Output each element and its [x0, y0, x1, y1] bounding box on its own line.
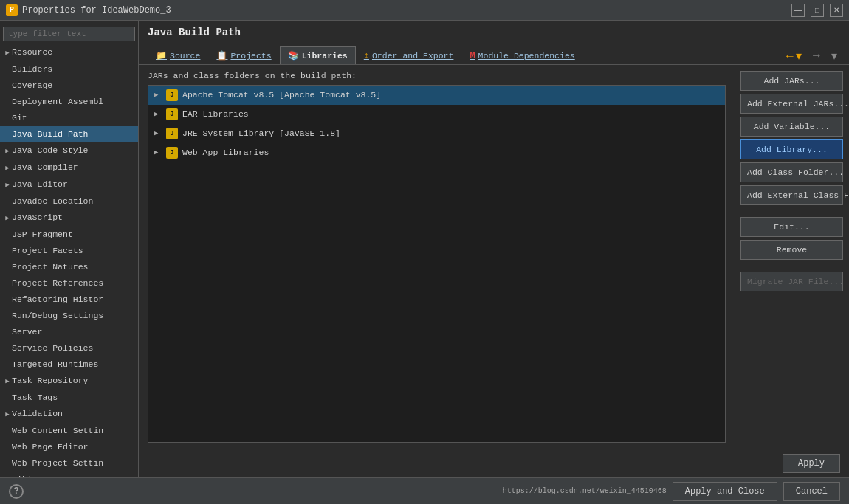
buttons-panel: Add JARs... Add External JARs... Add Var…	[735, 65, 849, 449]
help-button[interactable]: ?	[9, 484, 24, 499]
tab-order-and-export[interactable]: ↕Order and Export	[356, 46, 462, 64]
subtitle: JARs and class folders on the build path…	[148, 71, 726, 80]
sidebar: ▶ ResourceBuildersCoverageDeployment Ass…	[0, 21, 139, 477]
library-item[interactable]: ▶ J Web App Libraries	[148, 143, 725, 162]
close-button[interactable]: ✕	[830, 4, 843, 17]
sidebar-item-label: WikiText	[12, 474, 52, 477]
jar-icon: J	[166, 147, 178, 159]
back-button[interactable]: ←▾	[781, 47, 805, 64]
library-item[interactable]: ▶ J Apache Tomcat v8.5 [Apache Tomcat v8…	[148, 86, 725, 105]
sidebar-item-coverage[interactable]: Coverage	[0, 77, 138, 94]
sidebar-item-validation[interactable]: ▶ Validation	[0, 406, 138, 423]
sidebar-item-project-facets[interactable]: Project Facets	[0, 243, 138, 259]
add-external-class-folder-button[interactable]: Add External Class Folder...	[740, 185, 843, 205]
remove-button[interactable]: Remove	[740, 240, 843, 260]
sidebar-item-refactoring-histor[interactable]: Refactoring Histor	[0, 291, 138, 308]
sidebar-item-task-tags[interactable]: Task Tags	[0, 390, 138, 406]
tab-libraries[interactable]: 📚Libraries	[280, 46, 356, 64]
tab-source[interactable]: 📁Source	[148, 46, 208, 64]
app-icon: P	[6, 4, 18, 16]
sidebar-item-java-build-path[interactable]: Java Build Path	[0, 126, 138, 142]
jar-icon: J	[166, 108, 178, 120]
sidebar-item-java-compiler[interactable]: ▶ Java Compiler	[0, 159, 138, 176]
sidebar-item-web-project-settin[interactable]: Web Project Settin	[0, 455, 138, 472]
sidebar-item-javascript[interactable]: ▶ JavaScript	[0, 210, 138, 227]
body-split: JARs and class folders on the build path…	[139, 65, 849, 449]
sidebar-item-project-references[interactable]: Project References	[0, 275, 138, 291]
sidebar-item-task-repository[interactable]: ▶ Task Repository	[0, 373, 138, 390]
sidebar-item-label: Builders	[12, 64, 52, 74]
library-item[interactable]: ▶ J JRE System Library [JavaSE-1.8]	[148, 124, 725, 143]
tab-label: Projects	[230, 51, 271, 61]
library-label: Web App Libraries	[182, 145, 269, 160]
sidebar-item-web-page-editor[interactable]: Web Page Editor	[0, 439, 138, 455]
add-external-jars-button[interactable]: Add External JARs...	[740, 94, 843, 114]
tab-label: Module Dependencies	[478, 51, 575, 61]
forward-button[interactable]: →	[808, 47, 825, 63]
tab-projects[interactable]: 📋Projects	[208, 46, 279, 64]
expand-icon: ▶	[154, 107, 162, 122]
sidebar-item-resource[interactable]: ▶ Resource	[0, 44, 138, 61]
apply-and-close-button[interactable]: Apply and Close	[673, 482, 777, 501]
sidebar-item-targeted-runtimes[interactable]: Targeted Runtimes	[0, 356, 138, 373]
expand-arrow: ▶	[3, 375, 12, 388]
expand-arrow: ▶	[3, 408, 12, 421]
expand-icon: ▶	[154, 88, 162, 103]
add-library-button[interactable]: Add Library...	[740, 139, 843, 159]
edit-button[interactable]: Edit...	[740, 217, 843, 237]
sidebar-item-service-policies[interactable]: Service Policies	[0, 340, 138, 356]
tab-label: Source	[170, 51, 200, 61]
sidebar-item-wikitext[interactable]: WikiText	[0, 472, 138, 477]
cancel-button[interactable]: Cancel	[783, 482, 840, 501]
sidebar-item-git[interactable]: Git	[0, 110, 138, 126]
title-bar-left: P Properties for IdeaWebDemo_3	[6, 4, 171, 16]
sidebar-item-label: Coverage	[12, 80, 52, 90]
sidebar-item-project-natures[interactable]: Project Natures	[0, 259, 138, 275]
library-item[interactable]: ▶ J EAR Libraries	[148, 105, 725, 124]
sidebar-item-java-editor[interactable]: ▶ Java Editor	[0, 176, 138, 193]
library-label: JRE System Library [JavaSE-1.8]	[182, 126, 340, 141]
add-class-folder-button[interactable]: Add Class Folder...	[740, 162, 843, 182]
sidebar-item-builders[interactable]: Builders	[0, 61, 138, 77]
sidebar-item-label: Java Editor	[12, 179, 68, 189]
main-layout: ▶ ResourceBuildersCoverageDeployment Ass…	[0, 21, 849, 477]
tab-label: Order and Export	[372, 51, 453, 61]
window-controls[interactable]: — □ ✕	[791, 4, 843, 17]
expand-arrow: ▶	[3, 212, 12, 225]
sidebar-item-jsp-fragment[interactable]: JSP Fragment	[0, 227, 138, 243]
migrate-jar-button[interactable]: Migrate JAR File...	[740, 272, 843, 291]
bottom-bar: ? https://blog.csdn.net/weixin_44510468 …	[0, 477, 849, 504]
sidebar-item-run/debug-settings[interactable]: Run/Debug Settings	[0, 308, 138, 324]
tab-label: Libraries	[302, 51, 348, 61]
filter-input[interactable]	[3, 27, 135, 41]
sidebar-item-label: Web Project Settin	[12, 458, 103, 468]
add-variable-button[interactable]: Add Variable...	[740, 117, 843, 137]
expand-arrow: ▶	[3, 46, 12, 60]
tabs-bar: 📁Source📋Projects📚Libraries↕Order and Exp…	[139, 46, 849, 65]
sidebar-item-label: Web Page Editor	[12, 442, 89, 452]
minimize-button[interactable]: —	[791, 4, 805, 17]
jar-icon: J	[166, 128, 178, 139]
sidebar-item-java-code-style[interactable]: ▶ Java Code Style	[0, 142, 138, 159]
sidebar-item-javadoc-location[interactable]: Javadoc Location	[0, 193, 138, 210]
tab-module-dependencies[interactable]: MModule Dependencies	[461, 46, 582, 64]
library-label: EAR Libraries	[182, 107, 249, 122]
maximize-button[interactable]: □	[811, 4, 824, 17]
expand-icon: ▶	[154, 145, 162, 160]
add-jars-button[interactable]: Add JARs...	[740, 71, 843, 91]
sidebar-item-server[interactable]: Server	[0, 324, 138, 340]
sidebar-item-label: Task Repository	[12, 376, 89, 385]
content-area: Java Build Path 📁Source📋Projects📚Librari…	[139, 21, 849, 477]
expand-icon: ▶	[154, 126, 162, 141]
jar-icon: J	[166, 89, 178, 101]
bottom-bar-right: https://blog.csdn.net/weixin_44510468 Ap…	[503, 482, 840, 501]
apply-button[interactable]: Apply	[783, 454, 840, 473]
title-bar: P Properties for IdeaWebDemo_3 — □ ✕	[0, 0, 849, 21]
dropdown-button[interactable]: ▾	[828, 47, 840, 64]
sidebar-item-deployment-assembl[interactable]: Deployment Assembl	[0, 94, 138, 110]
sidebar-item-web-content-settin[interactable]: Web Content Settin	[0, 423, 138, 439]
sidebar-item-label: Java Compiler	[12, 162, 78, 172]
library-list[interactable]: ▶ J Apache Tomcat v8.5 [Apache Tomcat v8…	[148, 85, 726, 443]
sidebar-item-label: Validation	[12, 409, 63, 418]
expand-arrow: ▶	[3, 162, 12, 175]
